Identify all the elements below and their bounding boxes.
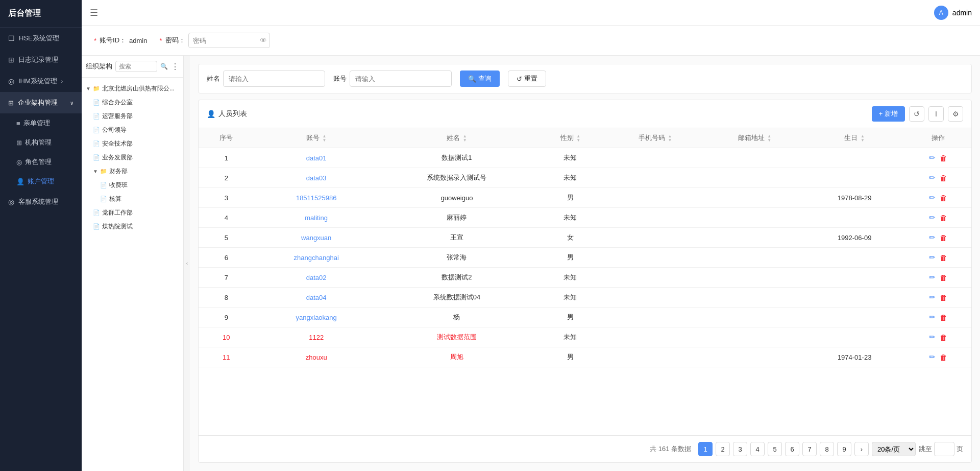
col-name[interactable]: 姓名 ▲▼	[379, 128, 535, 148]
sidebar-item-org[interactable]: ⊞ 机构管理	[0, 133, 82, 152]
tree-item-公司领导[interactable]: 📄 公司领导	[89, 123, 183, 137]
delete-button[interactable]: 🗑	[940, 313, 947, 322]
cell-phone	[605, 347, 705, 367]
col-gender[interactable]: 性别 ▲▼	[535, 128, 605, 148]
org-search-input[interactable]	[115, 61, 157, 72]
cell-email	[705, 248, 804, 268]
page-btn-9[interactable]: 9	[837, 442, 851, 456]
col-account[interactable]: 账号 ▲▼	[254, 128, 379, 148]
refresh-button[interactable]: ↺	[909, 106, 924, 122]
sidebar-item-hse[interactable]: ☐ HSE系统管理	[0, 28, 82, 49]
edit-button[interactable]: ✏	[929, 333, 936, 342]
add-button[interactable]: + 新增	[872, 106, 905, 122]
sidebar-item-ihm[interactable]: ◎ IHM系统管理 ›	[0, 70, 82, 92]
cell-account[interactable]: wangxuan	[254, 228, 379, 248]
sidebar-item-label-role: 角色管理	[25, 157, 52, 167]
delete-button[interactable]: 🗑	[940, 194, 947, 202]
tree-item-业务发展部[interactable]: 📄 业务发展部	[89, 151, 183, 164]
tree-item-煤热院测试[interactable]: 📄 煤热院测试	[89, 220, 183, 233]
tree-item-财务部[interactable]: ▼ 📁 财务部	[89, 164, 183, 178]
delete-button[interactable]: 🗑	[940, 273, 947, 282]
sidebar-item-account[interactable]: 👤 账户管理	[0, 172, 82, 191]
delete-button[interactable]: 🗑	[940, 174, 947, 182]
cell-account[interactable]: data02	[254, 268, 379, 288]
cell-gender: 男	[535, 308, 605, 327]
settings-button[interactable]: ⚙	[948, 106, 963, 122]
page-btn-8[interactable]: 8	[820, 442, 834, 456]
col-birthday[interactable]: 生日 ▲▼	[804, 128, 905, 148]
tree-item-收费班[interactable]: 📄 收费班	[96, 178, 183, 192]
eye-icon[interactable]: 👁	[260, 36, 267, 44]
edit-button[interactable]: ✏	[929, 253, 936, 262]
cell-account[interactable]: zhangchanghai	[254, 248, 379, 268]
tree-item-综合办公室[interactable]: 📄 综合办公室	[89, 96, 183, 109]
sidebar-item-role[interactable]: ◎ 角色管理	[0, 152, 82, 172]
reset-button[interactable]: ↺ 重置	[508, 70, 546, 87]
cell-account[interactable]: data03	[254, 168, 379, 188]
cell-account[interactable]: data04	[254, 288, 379, 308]
col-phone[interactable]: 手机号码 ▲▼	[605, 128, 705, 148]
edit-button[interactable]: ✏	[929, 153, 936, 162]
delete-button[interactable]: 🗑	[940, 233, 947, 242]
sidebar-item-roster[interactable]: ≡ 亲单管理	[0, 113, 82, 133]
delete-button[interactable]: 🗑	[940, 293, 947, 302]
delete-button[interactable]: 🗑	[940, 333, 947, 342]
tree-item-运营服务部[interactable]: 📄 运营服务部	[89, 109, 183, 123]
tree-item-安全技术部[interactable]: 📄 安全技术部	[89, 137, 183, 151]
delete-button[interactable]: 🗑	[940, 154, 947, 162]
edit-button[interactable]: ✏	[929, 313, 936, 322]
edit-button[interactable]: ✏	[929, 233, 936, 242]
collapse-panel[interactable]: ‹	[184, 56, 190, 471]
edit-button[interactable]: ✏	[929, 193, 936, 202]
sidebar-item-enterprise[interactable]: ⊞ 企业架构管理 ∨	[0, 92, 82, 113]
password-input[interactable]	[188, 33, 270, 48]
col-email[interactable]: 邮箱地址 ▲▼	[705, 128, 804, 148]
page-btn-5[interactable]: 5	[768, 442, 782, 456]
page-btn-next[interactable]: ›	[854, 442, 869, 456]
col-actions: 操作	[905, 128, 971, 148]
tree-label-收费班: 收费班	[109, 181, 128, 190]
page-btn-3[interactable]: 3	[733, 442, 747, 456]
tree-toggle-root[interactable]: ▼	[86, 86, 91, 91]
account-id-value: admin	[129, 37, 147, 44]
cell-account[interactable]: 18511525986	[254, 188, 379, 208]
table-row: 9 yangxiaokang 杨 男 ✏ 🗑	[199, 308, 971, 327]
cell-account[interactable]: 1122	[254, 327, 379, 347]
account-input[interactable]	[350, 70, 452, 87]
page-btn-6[interactable]: 6	[785, 442, 799, 456]
page-size-select[interactable]: 20条/页 50条/页 100条/页	[872, 442, 916, 456]
cell-account[interactable]: data01	[254, 148, 379, 168]
page-btn-2[interactable]: 2	[716, 442, 730, 456]
tree-toggle-财务部[interactable]: ▼	[93, 169, 98, 174]
page-btn-1[interactable]: 1	[698, 442, 713, 456]
query-button[interactable]: 🔍 查询	[460, 70, 500, 87]
delete-button[interactable]: 🗑	[940, 214, 947, 222]
column-config-button[interactable]: I	[928, 106, 944, 122]
edit-button[interactable]: ✏	[929, 273, 936, 282]
sidebar-item-log[interactable]: ⊞ 日志记录管理	[0, 49, 82, 70]
password-label: 密码：	[165, 36, 185, 45]
cell-birthday: 1992-06-09	[804, 228, 905, 248]
tree-item-root[interactable]: ▼ 📁 北京北燃房山供热有限公...	[82, 82, 183, 96]
delete-button[interactable]: 🗑	[940, 253, 947, 262]
delete-button[interactable]: 🗑	[940, 353, 947, 362]
cell-account[interactable]: zhouxu	[254, 347, 379, 367]
edit-button[interactable]: ✏	[929, 213, 936, 222]
cell-birthday	[804, 268, 905, 288]
sidebar-item-customer[interactable]: ◎ 客服系统管理	[0, 191, 82, 213]
tree-item-党群工作部[interactable]: 📄 党群工作部	[89, 206, 183, 220]
name-input[interactable]	[223, 70, 325, 87]
edit-button[interactable]: ✏	[929, 293, 936, 302]
edit-button[interactable]: ✏	[929, 173, 936, 182]
edit-button[interactable]: ✏	[929, 352, 936, 362]
page-btn-7[interactable]: 7	[802, 442, 817, 456]
hse-icon: ☐	[8, 34, 15, 42]
org-more-icon[interactable]: ⋮	[171, 62, 179, 72]
cell-name: 数据测试1	[379, 148, 535, 168]
cell-account[interactable]: yangxiaokang	[254, 308, 379, 327]
page-btn-4[interactable]: 4	[750, 442, 765, 456]
tree-item-核算[interactable]: 📄 核算	[96, 192, 183, 206]
page-jump-input[interactable]	[934, 442, 954, 456]
cell-account[interactable]: maliting	[254, 208, 379, 228]
menu-toggle[interactable]: ☰	[90, 7, 98, 18]
